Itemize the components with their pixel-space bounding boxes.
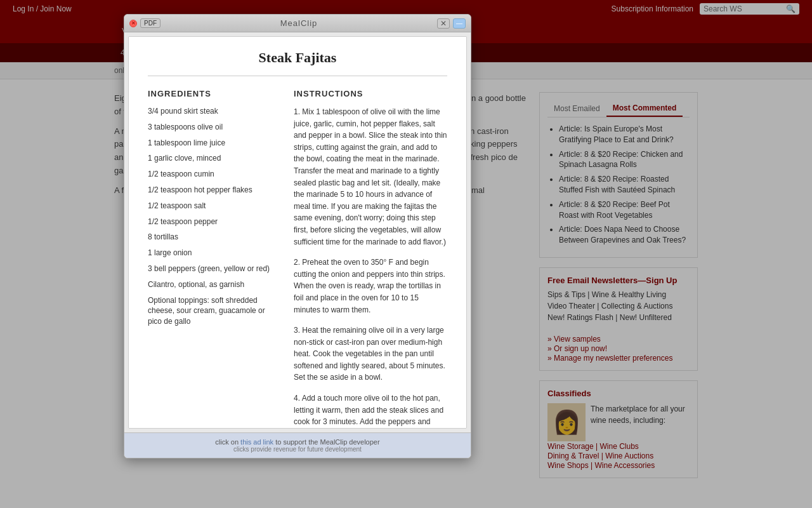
- ingredients-column: INGREDIENTS 3/4 pound skirt steak 3 tabl…: [148, 89, 275, 429]
- recipe-columns: INGREDIENTS 3/4 pound skirt steak 3 tabl…: [148, 89, 447, 429]
- pdf-button[interactable]: PDF: [140, 18, 160, 28]
- mealclip-window: ✕ PDF MealClip ✕ — Steak Fajitas INGREDI…: [124, 14, 471, 458]
- footer-dev-note: clicks provide revenue for future develo…: [129, 446, 466, 453]
- step-2: 2. Preheat the oven to 350° F and begin …: [294, 257, 447, 316]
- step-4: 4. Add a touch more olive oil to the hot…: [294, 392, 447, 429]
- footer-ad-link[interactable]: this ad link: [240, 438, 273, 446]
- mealclip-footer: click on this ad link to support the Mea…: [124, 432, 471, 458]
- mealclip-title: MealClip: [160, 18, 437, 28]
- titlebar-left: ✕ PDF: [129, 18, 160, 28]
- recipe-title: Steak Fajitas: [148, 50, 447, 66]
- instructions-column: INSTRUCTIONS 1. Mix 1 tablespoon of oliv…: [294, 89, 447, 429]
- mealclip-body: Steak Fajitas INGREDIENTS 3/4 pound skir…: [128, 36, 467, 429]
- titlebar-right: ✕ —: [437, 18, 466, 29]
- footer-after-link: to support the MealClip developer: [275, 438, 379, 446]
- ingredients-header: INGREDIENTS: [148, 89, 275, 98]
- instructions-header: INSTRUCTIONS: [294, 89, 447, 98]
- x-button[interactable]: ✕: [437, 18, 450, 29]
- ingredient-12: Cilantro, optional, as garnish: [148, 279, 275, 290]
- step-3: 3. Heat the remaining olive oil in a ver…: [294, 324, 447, 384]
- minimize-button[interactable]: —: [453, 18, 466, 29]
- ingredient-3: 1 tablespoon lime juice: [148, 138, 275, 149]
- footer-line-1: click on this ad link to support the Mea…: [129, 438, 466, 446]
- mealclip-titlebar: ✕ PDF MealClip ✕ —: [124, 15, 471, 32]
- ingredient-7: 1/2 teaspoon salt: [148, 201, 275, 211]
- recipe-divider: [148, 76, 447, 76]
- step-1: 1. Mix 1 tablespoon of olive oil with th…: [294, 106, 447, 248]
- ingredient-13: Optional toppings: soft shredded cheese,…: [148, 295, 275, 327]
- ingredient-9: 8 tortillas: [148, 232, 275, 243]
- ingredient-6: 1/2 teaspoon hot pepper flakes: [148, 185, 275, 196]
- ingredient-5: 1/2 teaspoon cumin: [148, 169, 275, 180]
- ingredient-10: 1 large onion: [148, 248, 275, 258]
- ingredient-8: 1/2 teaspoon pepper: [148, 217, 275, 227]
- ingredient-1: 3/4 pound skirt steak: [148, 106, 275, 117]
- close-button[interactable]: ✕: [129, 20, 137, 27]
- ingredient-11: 3 bell peppers (green, yellow or red): [148, 264, 275, 274]
- ingredient-4: 1 garlic clove, minced: [148, 153, 275, 164]
- ingredient-2: 3 tablespoons olive oil: [148, 122, 275, 133]
- footer-click-text: click on: [215, 438, 239, 446]
